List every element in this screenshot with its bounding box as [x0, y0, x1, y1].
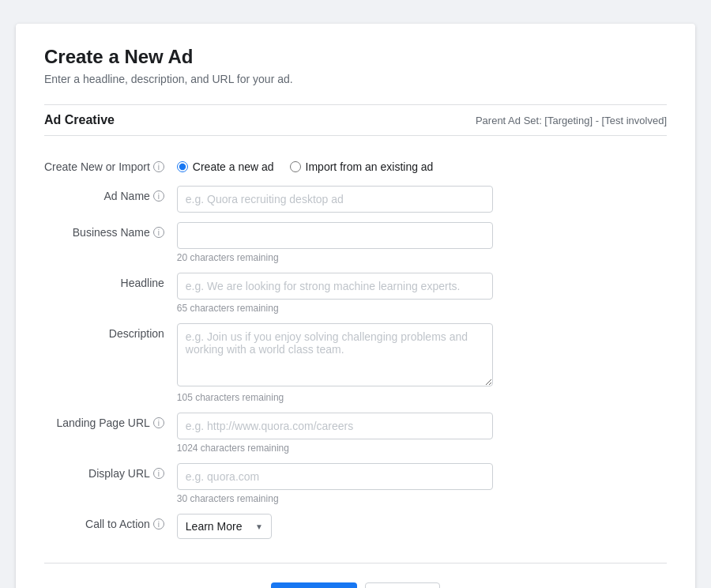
business-name-chars: 20 characters remaining — [177, 252, 667, 263]
ad-name-label: Ad Name i — [103, 190, 164, 202]
radio-import-text: Import from an existing ad — [306, 160, 434, 173]
ad-name-info-icon[interactable]: i — [153, 190, 164, 202]
display-url-label-cell: Display URL i — [44, 458, 177, 509]
description-label-cell: Description — [44, 318, 177, 408]
landing-page-url-label: Landing Page URL i — [57, 416, 164, 429]
description-input-cell: 105 characters remaining — [177, 318, 667, 408]
description-input[interactable] — [177, 323, 493, 386]
page-title: Create a New Ad — [44, 46, 667, 68]
landing-page-url-chars: 1024 characters remaining — [177, 443, 667, 454]
landing-page-url-row: Landing Page URL i 1024 characters remai… — [44, 408, 667, 458]
page-subtitle: Enter a headline, description, and URL f… — [44, 73, 667, 85]
footer-divider — [44, 563, 667, 564]
section-title: Ad Creative — [44, 113, 115, 127]
page-container: Create a New Ad Enter a headline, descri… — [16, 24, 695, 588]
footer-buttons: Continue Cancel — [44, 582, 667, 588]
chevron-down-icon: ▼ — [255, 522, 263, 531]
call-to-action-label: Call to Action i — [85, 518, 164, 530]
description-label: Description — [109, 327, 164, 340]
description-row: Description 105 characters remaining — [44, 318, 667, 408]
cancel-button[interactable]: Cancel — [365, 582, 440, 588]
display-url-input[interactable] — [177, 463, 493, 490]
landing-page-url-input-cell: 1024 characters remaining — [177, 408, 667, 458]
business-name-input[interactable] — [177, 222, 493, 249]
create-new-or-import-input-cell: Create a new ad Import from an existing … — [177, 152, 667, 181]
business-name-info-icon[interactable]: i — [153, 227, 164, 238]
display-url-chars: 30 characters remaining — [177, 493, 667, 504]
ad-name-label-cell: Ad Name i — [44, 181, 177, 217]
continue-button[interactable]: Continue — [271, 582, 357, 588]
create-new-or-import-info-icon[interactable]: i — [153, 161, 164, 172]
business-name-input-cell: 20 characters remaining — [177, 217, 667, 268]
call-to-action-dropdown[interactable]: Learn More ▼ — [177, 514, 272, 539]
display-url-row: Display URL i 30 characters remaining — [44, 458, 667, 509]
headline-input-cell: 65 characters remaining — [177, 268, 667, 318]
headline-chars: 65 characters remaining — [177, 303, 667, 314]
ad-name-input[interactable] — [177, 186, 493, 213]
landing-page-url-info-icon[interactable]: i — [153, 417, 164, 428]
create-new-or-import-label-cell: Create New or Import i — [44, 152, 177, 181]
form-table: Create New or Import i Create a new ad I… — [44, 152, 667, 544]
display-url-info-icon[interactable]: i — [153, 468, 164, 479]
display-url-input-cell: 30 characters remaining — [177, 458, 667, 509]
section-header: Ad Creative Parent Ad Set: [Targeting] -… — [44, 104, 667, 136]
landing-page-url-input[interactable] — [177, 413, 493, 439]
radio-group: Create a new ad Import from an existing … — [177, 156, 667, 173]
call-to-action-value: Learn More — [186, 520, 243, 533]
radio-create-new-label[interactable]: Create a new ad — [177, 160, 274, 173]
landing-page-url-label-cell: Landing Page URL i — [44, 408, 177, 458]
call-to-action-row: Call to Action i Learn More ▼ — [44, 509, 667, 544]
create-new-or-import-label: Create New or Import i — [44, 160, 164, 173]
radio-create-new[interactable] — [177, 161, 188, 172]
business-name-label: Business Name i — [73, 226, 164, 239]
business-name-label-cell: Business Name i — [44, 217, 177, 268]
radio-import[interactable] — [290, 161, 301, 172]
headline-input[interactable] — [177, 273, 493, 300]
call-to-action-info-icon[interactable]: i — [153, 518, 164, 530]
headline-label-cell: Headline — [44, 268, 177, 318]
radio-create-new-text: Create a new ad — [193, 160, 274, 173]
display-url-label: Display URL i — [88, 467, 164, 480]
call-to-action-input-cell: Learn More ▼ — [177, 509, 667, 544]
headline-row: Headline 65 characters remaining — [44, 268, 667, 318]
ad-name-row: Ad Name i — [44, 181, 667, 217]
headline-label: Headline — [121, 277, 164, 289]
description-chars: 105 characters remaining — [177, 392, 667, 403]
call-to-action-label-cell: Call to Action i — [44, 509, 177, 544]
business-name-row: Business Name i 20 characters remaining — [44, 217, 667, 268]
create-new-or-import-row: Create New or Import i Create a new ad I… — [44, 152, 667, 181]
radio-import-label[interactable]: Import from an existing ad — [290, 160, 434, 173]
parent-ad-set: Parent Ad Set: [Targeting] - [Test invol… — [476, 115, 667, 126]
ad-name-input-cell — [177, 181, 667, 217]
